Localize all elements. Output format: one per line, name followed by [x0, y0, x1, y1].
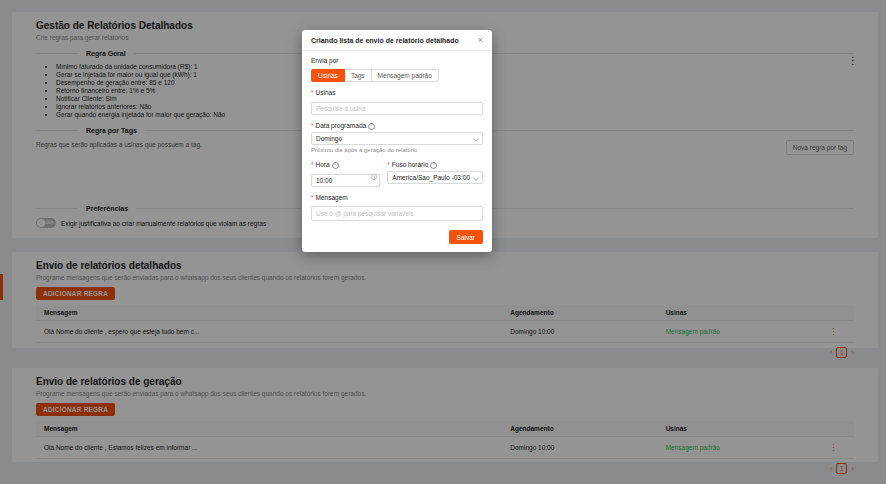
- save-button[interactable]: Salvar: [449, 230, 483, 244]
- send-by-option-usinas[interactable]: Usinas: [311, 69, 345, 82]
- message-field-label: Mensagem: [316, 194, 348, 202]
- hora-label: Hora: [316, 161, 330, 169]
- timezone-value: America/Sao_Paulo -03:00: [392, 174, 470, 181]
- required-asterisk: *: [311, 122, 314, 130]
- scheduled-date-value: Domingo: [316, 135, 342, 142]
- question-circle-icon: ?: [332, 162, 339, 169]
- chevron-down-icon: [473, 136, 479, 142]
- scheduled-date-select[interactable]: Domingo: [311, 132, 483, 145]
- required-asterisk: *: [311, 161, 314, 169]
- required-asterisk: *: [311, 194, 314, 202]
- question-circle-icon: ?: [430, 162, 437, 169]
- send-by-label: Envia por: [311, 57, 483, 65]
- hora-input[interactable]: [311, 174, 380, 187]
- scheduled-date-label: Data programada: [316, 122, 367, 130]
- timezone-select[interactable]: America/Sao_Paulo -03:00: [387, 171, 483, 184]
- create-send-list-modal: Criando lista de envio de relatório deta…: [302, 30, 492, 252]
- timezone-label: Fuso horário: [392, 161, 429, 169]
- modal-title: Criando lista de envio de relatório deta…: [311, 37, 459, 44]
- message-input[interactable]: [311, 206, 483, 221]
- send-by-radio-group: Usinas Tags Mensagem padrão: [311, 69, 483, 82]
- required-asterisk: *: [387, 161, 390, 169]
- scheduled-date-hint: Próximo dia após a geração do relatório: [311, 147, 483, 154]
- usinas-search-input[interactable]: [311, 102, 483, 115]
- page: Gestão de Relatórios Detalhados Crie reg…: [0, 0, 886, 484]
- close-icon[interactable]: ×: [478, 36, 483, 45]
- chevron-down-icon: [473, 175, 479, 181]
- usinas-field-label: Usinas: [316, 89, 336, 97]
- question-circle-icon: ?: [368, 123, 375, 130]
- required-asterisk: *: [311, 89, 314, 97]
- send-by-option-default-message[interactable]: Mensagem padrão: [371, 69, 439, 82]
- send-by-option-tags[interactable]: Tags: [344, 69, 372, 82]
